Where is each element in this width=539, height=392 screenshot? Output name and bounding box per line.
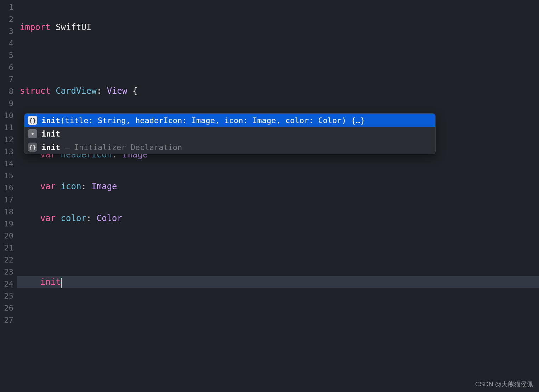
line-number: 24 xyxy=(0,278,17,290)
line-number: 27 xyxy=(0,314,17,326)
code-line[interactable] xyxy=(20,308,539,320)
code-line-active[interactable]: init xyxy=(17,276,539,288)
line-number: 25 xyxy=(0,290,17,302)
code-line[interactable] xyxy=(20,371,539,384)
line-number: 23 xyxy=(0,266,17,278)
line-number: 18 xyxy=(0,206,17,218)
watermark: CSDN @大熊猫侯佩 xyxy=(475,380,533,388)
line-number: 10 xyxy=(0,110,17,122)
line-gutter: 1 2 3 4 5 6 7 8 9 10 11 12 13 14 15 16 1… xyxy=(0,0,17,392)
code-area[interactable]: import SwiftUI struct CardView: View { v… xyxy=(17,0,539,392)
autocomplete-label: init(title: String, headerIcon: Image, i… xyxy=(41,116,365,125)
line-number: 3 xyxy=(0,25,17,38)
code-line[interactable] xyxy=(20,340,539,352)
autocomplete-item-selected[interactable]: {} init(title: String, headerIcon: Image… xyxy=(24,114,435,127)
line-number: 17 xyxy=(0,194,17,206)
code-line[interactable]: struct CardView: View { xyxy=(20,85,539,97)
line-number: 16 xyxy=(0,182,17,194)
line-number: 4 xyxy=(0,38,17,50)
code-editor[interactable]: 1 2 3 4 5 6 7 8 9 10 11 12 13 14 15 16 1… xyxy=(0,0,539,392)
line-number: 19 xyxy=(0,218,17,230)
line-number: 26 xyxy=(0,302,17,314)
autocomplete-label: init – Initializer Declaration xyxy=(41,143,182,152)
autocomplete-item[interactable]: • init xyxy=(24,127,435,140)
line-number: 12 xyxy=(0,134,17,146)
line-number: 11 xyxy=(0,122,17,134)
line-number: 8 xyxy=(0,86,17,98)
line-number: 13 xyxy=(0,146,17,158)
line-number: 6 xyxy=(0,62,17,74)
line-number: 15 xyxy=(0,170,17,182)
dot-icon: • xyxy=(28,129,37,138)
line-number: 7 xyxy=(0,74,17,86)
braces-icon: {} xyxy=(28,116,37,125)
line-number: 1 xyxy=(0,1,17,13)
autocomplete-popup[interactable]: {} init(title: String, headerIcon: Image… xyxy=(24,113,436,154)
text-cursor xyxy=(61,278,62,288)
code-line[interactable]: import SwiftUI xyxy=(20,21,539,33)
code-line[interactable] xyxy=(20,244,539,256)
code-line[interactable] xyxy=(20,53,539,65)
code-line[interactable]: var color: Color xyxy=(20,212,539,224)
autocomplete-item[interactable]: {} init – Initializer Declaration xyxy=(24,140,435,154)
line-number: 22 xyxy=(0,254,17,266)
line-number: 21 xyxy=(0,242,17,254)
line-number: 20 xyxy=(0,230,17,242)
line-number: 5 xyxy=(0,50,17,62)
braces-icon: {} xyxy=(28,143,37,152)
autocomplete-label: init xyxy=(41,129,60,138)
line-number: 2 xyxy=(0,13,17,25)
line-number: 9 xyxy=(0,98,17,110)
line-number: 14 xyxy=(0,158,17,170)
code-line[interactable]: var icon: Image xyxy=(20,180,539,192)
